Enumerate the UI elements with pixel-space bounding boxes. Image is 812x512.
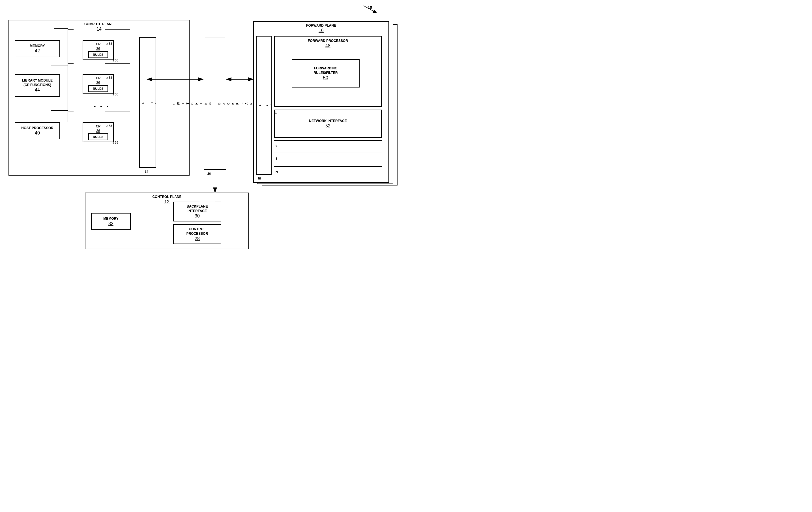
backplane-interface-46: BACKPLANEINTERFACE <box>256 36 271 175</box>
ref-46: 46 <box>258 177 261 180</box>
ni-1-label: 1 <box>275 111 277 114</box>
dots: • • • <box>94 104 109 110</box>
ref-34: 34 <box>145 170 148 173</box>
forward-plane-ref: 16 <box>254 28 388 33</box>
ref-38-1: ↙38 <box>106 42 112 46</box>
svg-line-0 <box>364 6 376 13</box>
diagram: 10 COMPUTE PLANE 14 MEMORY 42 LIBRARY MO… <box>0 0 406 256</box>
backplane-interface-34: BACKPLANEINTERFACE <box>139 37 156 168</box>
library-module-box: LIBRARY MODULE (CP FUNCTIONS) 44 <box>15 74 60 97</box>
control-plane-box: CONTROL PLANE 12 MEMORY 32 BACKPLANE INT… <box>85 193 249 249</box>
ref-38-2: ↙38 <box>106 76 112 80</box>
forward-plane-label: FORWARD PLANE <box>254 24 388 28</box>
forwarding-rules-box: FORWARDING RULES/FILTER 50 <box>292 59 359 87</box>
ni-2: 2 <box>274 140 382 152</box>
ni-3: 3 <box>274 153 382 164</box>
forward-processor-box: FORWARD PROCESSOR 48 FORWARDING RULES/FI… <box>274 36 382 107</box>
backplane-interface-30-box: BACKPLANE INTERFACE 30 <box>173 201 221 221</box>
compute-plane-ref: 14 <box>9 27 189 32</box>
host-processor-box: HOST PROCESSOR 40 <box>15 122 60 139</box>
ref-26: 26 <box>207 172 211 175</box>
network-interface-box: NETWORK INTERFACE 52 <box>274 110 382 138</box>
control-processor-box: CONTROL PROCESSOR 28 <box>173 224 221 244</box>
memory-32-box: MEMORY 32 <box>91 213 131 230</box>
forward-plane-box: FORWARD PLANE 16 BACKPLANEINTERFACE 46 F… <box>253 21 389 183</box>
ref10-arrow <box>361 3 383 17</box>
compute-plane-label: COMPUTE PLANE <box>9 22 189 27</box>
ref-38-3: ↙38 <box>106 124 112 128</box>
memory-42-box: MEMORY 42 <box>15 40 60 57</box>
ni-n: N <box>274 166 382 177</box>
compute-plane-box: COMPUTE PLANE 14 MEMORY 42 LIBRARY MODUL… <box>8 20 190 176</box>
switching-backplane-box: SWITCHINGBACKPLANE <box>204 37 226 170</box>
